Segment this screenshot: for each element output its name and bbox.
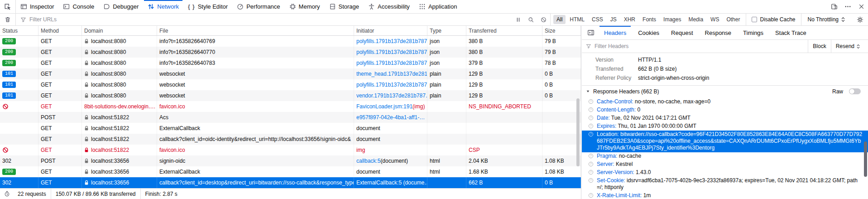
- tool-tab-network[interactable]: Network: [143, 0, 183, 13]
- tool-tab-console[interactable]: Console: [58, 0, 99, 13]
- response-header-row[interactable]: ?Date: Tue, 02 Nov 2021 04:17:21 GMT: [582, 114, 868, 122]
- tool-tab-style-editor[interactable]: { }Style Editor: [183, 0, 232, 13]
- sidebar-toggle-button[interactable]: [584, 26, 598, 39]
- search-button[interactable]: [525, 14, 537, 25]
- header-help-icon[interactable]: ?: [588, 123, 594, 129]
- block-requests-button[interactable]: [537, 14, 550, 25]
- header-help-icon[interactable]: ?: [588, 153, 594, 159]
- column-header-method[interactable]: Method: [38, 26, 82, 35]
- tool-tab-memory[interactable]: Memory: [285, 0, 325, 13]
- request-row[interactable]: GETlocalhost:51822favicon.icoimgCSP: [0, 145, 581, 155]
- initiator-link[interactable]: e957f897-042e-4ba1-aff1-…: [356, 114, 425, 121]
- pause-traffic-button[interactable]: [512, 14, 525, 25]
- header-help-icon[interactable]: ?: [588, 170, 594, 175]
- response-header-row[interactable]: ?Server: Kestrel: [582, 160, 868, 169]
- initiator-link[interactable]: polyfills.1791b137de281b787…: [356, 49, 427, 55]
- throttling-select[interactable]: No Throttling: [801, 16, 852, 23]
- details-tab-response[interactable]: Response: [699, 26, 738, 39]
- response-header-row[interactable]: ?Cache-Control: no-store, no-cache, max-…: [582, 98, 868, 106]
- response-headers-section[interactable]: Response Headers (662 B) Raw: [582, 85, 868, 97]
- close-devtools-button[interactable]: [854, 0, 868, 13]
- response-header-row[interactable]: ?Server-Version: 1.43.0: [582, 169, 868, 177]
- type-filter-all[interactable]: All: [553, 15, 566, 24]
- column-header-transferred[interactable]: Transferred: [466, 26, 542, 35]
- column-header-status[interactable]: Status: [0, 26, 38, 35]
- type-filter-other[interactable]: Other: [723, 15, 743, 24]
- initiator-link[interactable]: polyfills.1791b137de281b787…: [356, 38, 427, 44]
- details-tab-stack-trace[interactable]: Stack Trace: [769, 26, 812, 39]
- request-row[interactable]: GETlocalhost:51822ExternalCallbackdocume…: [0, 123, 581, 134]
- filter-urls-input[interactable]: [29, 16, 512, 23]
- tool-tab-application[interactable]: Application: [414, 0, 462, 13]
- clear-requests-button[interactable]: [0, 14, 15, 25]
- initiator-link[interactable]: theme_head.1791b137de281…: [356, 71, 427, 77]
- responsive-design-button[interactable]: [827, 0, 841, 13]
- request-row[interactable]: 302GETlocalhost:33656callback?client_id=…: [0, 177, 581, 188]
- request-row[interactable]: GET8bit-solutions-dev.onelogin….favicon.…: [0, 101, 581, 112]
- type-filter-js[interactable]: JS: [607, 15, 620, 24]
- request-row[interactable]: 101GETlocalhost:8080websockettheme_head.…: [0, 68, 581, 79]
- resend-button[interactable]: Resend: [831, 40, 868, 53]
- header-help-icon[interactable]: ?: [588, 131, 594, 137]
- initiator-link[interactable]: polyfills.1791b137de281b787…: [356, 60, 427, 66]
- request-row[interactable]: POSTlocalhost:51822Acse957f897-042e-4ba1…: [0, 112, 581, 123]
- response-header-row[interactable]: ?Expires: Thu, 01 Jan 1970 00:00:00 GMT: [582, 122, 868, 131]
- initiator-link[interactable]: callback:5: [356, 158, 380, 164]
- request-row[interactable]: 200GETlocalhost:8080info?t=1635826640783…: [0, 58, 581, 68]
- tool-tab-accessibility[interactable]: Accessibility: [364, 0, 414, 13]
- filter-headers-input[interactable]: [595, 43, 808, 49]
- initiator-link[interactable]: polyfills.1791b137de281b787…: [356, 82, 427, 88]
- tool-tab-debugger[interactable]: Debugger: [99, 0, 143, 13]
- initiator-text: ExternalCallback:5 (docume…: [356, 180, 427, 186]
- type-filter-html[interactable]: HTML: [566, 15, 588, 24]
- devtools-menu-button[interactable]: [841, 0, 854, 13]
- details-tab-request[interactable]: Request: [665, 26, 699, 39]
- disable-cache-checkbox[interactable]: [752, 17, 757, 22]
- tool-tab-inspector[interactable]: Inspector: [16, 0, 58, 13]
- raw-toggle[interactable]: [849, 88, 861, 94]
- request-row[interactable]: 101GETlocalhost:8080websocketpolyfills.1…: [0, 79, 581, 90]
- request-row[interactable]: 200GETlocalhost:8080info?t=1635826640769…: [0, 36, 581, 47]
- details-tab-cookies[interactable]: Cookies: [632, 26, 665, 39]
- header-help-icon[interactable]: ?: [588, 193, 594, 198]
- network-settings-button[interactable]: [852, 14, 868, 25]
- request-list-scrollbar[interactable]: [576, 98, 580, 166]
- initiator-link[interactable]: vendor.1791b137de281b787…: [356, 92, 427, 99]
- column-header-size[interactable]: Size: [542, 26, 581, 35]
- type-filter-images[interactable]: Images: [660, 15, 684, 24]
- column-header-domain[interactable]: Domain: [82, 26, 157, 35]
- initiator-link[interactable]: FaviconLoader.jsm:191: [356, 103, 412, 110]
- response-header-row[interactable]: ?Set-Cookie: idsrv=adf6cba1-7075-402b-9e…: [582, 177, 868, 192]
- disable-cache-control[interactable]: Disable Cache: [746, 16, 801, 23]
- column-header-initiator[interactable]: Initiator: [354, 26, 427, 35]
- type-filter-xhr[interactable]: XHR: [621, 15, 638, 24]
- type-filter-css[interactable]: CSS: [589, 15, 606, 24]
- response-header-row[interactable]: ?Pragma: no-cache: [582, 152, 868, 160]
- header-help-icon[interactable]: ?: [588, 115, 594, 121]
- response-header-row[interactable]: ?Content-Length: 0: [582, 106, 868, 114]
- type-filter-fonts[interactable]: Fonts: [639, 15, 659, 24]
- request-row[interactable]: 200GETlocalhost:8080info?t=1635826640770…: [0, 47, 581, 58]
- initiator-text: (document): [380, 158, 408, 164]
- type-filter-media[interactable]: Media: [685, 15, 706, 24]
- column-header-file[interactable]: File: [157, 26, 354, 35]
- header-help-icon[interactable]: ?: [588, 107, 594, 112]
- header-help-icon[interactable]: ?: [588, 161, 594, 167]
- details-tab-timings[interactable]: Timings: [737, 26, 769, 39]
- column-header-type[interactable]: Type: [427, 26, 466, 35]
- block-url-button[interactable]: Block: [808, 40, 830, 53]
- request-row[interactable]: 200GETlocalhost:33656ExternalCallbackdoc…: [0, 166, 581, 177]
- response-header-row[interactable]: ?X-Rate-Limit-Limit: 1m: [582, 192, 868, 199]
- request-row[interactable]: 101GETlocalhost:8080websocketvendor.1791…: [0, 90, 581, 101]
- response-header-row[interactable]: ?Location: bitwarden://sso-callback?code…: [582, 131, 868, 152]
- header-help-icon[interactable]: ?: [588, 178, 594, 183]
- details-scrollbar[interactable]: [864, 141, 867, 177]
- type-filter-ws[interactable]: WS: [707, 15, 722, 24]
- tool-tab-storage[interactable]: Storage: [325, 0, 364, 13]
- details-tab-headers[interactable]: Headers: [598, 26, 632, 39]
- request-row[interactable]: 302POSTlocalhost:33656signin-oidccallbac…: [0, 155, 581, 166]
- pick-element-button[interactable]: [0, 0, 15, 13]
- tool-tab-performance[interactable]: Performance: [232, 0, 284, 13]
- request-row[interactable]: GETlocalhost:51822callback?client_id=oid…: [0, 134, 581, 145]
- header-help-icon[interactable]: ?: [588, 99, 594, 104]
